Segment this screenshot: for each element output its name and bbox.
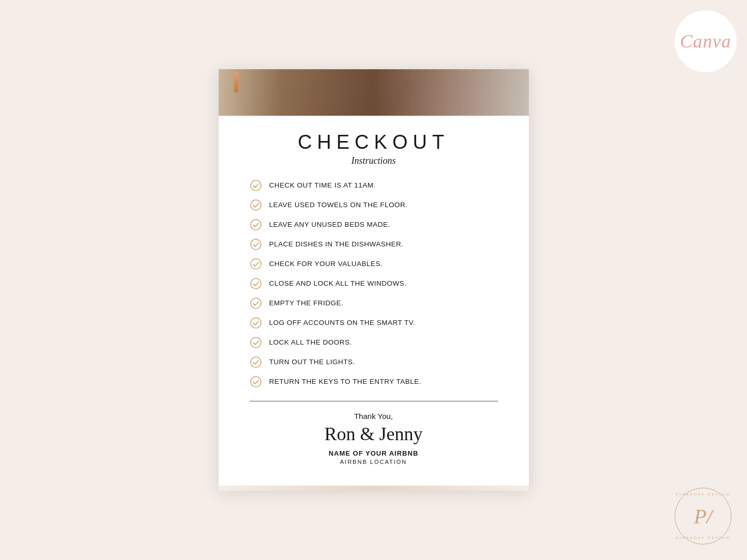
checklist-item: PLACE DISHES IN THE DISHWASHER.	[250, 238, 498, 251]
checklist-item-text: RETURN THE KEYS TO THE ENTRY TABLE.	[269, 378, 422, 385]
checklist-item-text: TURN OUT THE LIGHTS.	[269, 358, 355, 366]
checklist-item: RETURN THE KEYS TO THE ENTRY TABLE.	[250, 376, 498, 388]
svg-point-3	[251, 239, 261, 250]
checkout-title: CHECKOUT	[250, 131, 498, 153]
signature: Ron & Jenny	[250, 423, 498, 445]
canva-logo-text: Canva	[680, 30, 731, 52]
checklist: CHECK OUT TIME IS AT 11AM. LEAVE USED TO…	[250, 179, 498, 388]
svg-point-6	[251, 298, 261, 308]
card-content: CHECKOUT Instructions CHECK OUT TIME IS …	[219, 116, 529, 486]
card-photo-header	[219, 69, 529, 116]
checkmark-icon	[250, 219, 262, 231]
card-bottom-strip	[219, 486, 529, 491]
checklist-item-text: LOCK ALL THE DOORS.	[269, 338, 352, 346]
svg-point-4	[251, 259, 261, 269]
checklist-item: CLOSE AND LOCK ALL THE WINDOWS.	[250, 277, 498, 290]
footer-section: Thank You, Ron & Jenny NAME OF YOUR AIRB…	[250, 412, 498, 470]
checkmark-icon	[250, 238, 262, 251]
checklist-item: CHECK OUT TIME IS AT 11AM.	[250, 179, 498, 192]
svg-point-10	[251, 377, 261, 387]
svg-point-7	[251, 318, 261, 328]
divider	[250, 401, 498, 401]
checkmark-icon	[250, 376, 262, 388]
airbnb-name: NAME OF YOUR AIRBNB	[250, 449, 498, 457]
svg-point-9	[251, 357, 261, 367]
svg-point-0	[251, 180, 261, 191]
checklist-item-text: LEAVE USED TOWELS ON THE FLOOR.	[269, 201, 408, 209]
checklist-item: LOCK ALL THE DOORS.	[250, 336, 498, 349]
svg-point-5	[251, 278, 261, 289]
checklist-item-text: LOG OFF ACCOUNTS ON THE SMART TV.	[269, 319, 416, 326]
thank-you-text: Thank You,	[250, 412, 498, 421]
checklist-item: LOG OFF ACCOUNTS ON THE SMART TV.	[250, 317, 498, 329]
checkmark-icon	[250, 356, 262, 368]
checklist-item-text: CHECK FOR YOUR VALUABLES.	[269, 260, 383, 268]
pinkpops-badge: PINKPOPS DESIGN P/ PINKPOPS DESIGN	[675, 488, 731, 545]
checkout-card: CHECKOUT Instructions CHECK OUT TIME IS …	[219, 69, 529, 491]
checkmark-icon	[250, 297, 262, 309]
svg-point-1	[251, 200, 261, 210]
checklist-item-text: CLOSE AND LOCK ALL THE WINDOWS.	[269, 279, 407, 287]
instructions-subtitle: Instructions	[250, 155, 498, 166]
checklist-item: LEAVE ANY UNUSED BEDS MADE.	[250, 219, 498, 231]
checkmark-icon	[250, 258, 262, 270]
title-section: CHECKOUT Instructions	[250, 131, 498, 166]
checkmark-icon	[250, 199, 262, 211]
checklist-item: LEAVE USED TOWELS ON THE FLOOR.	[250, 199, 498, 211]
pinkpops-text-top: PINKPOPS DESIGN	[676, 492, 730, 496]
pinkpops-monogram: P/	[694, 504, 712, 528]
checkmark-icon	[250, 317, 262, 329]
checklist-item: CHECK FOR YOUR VALUABLES.	[250, 258, 498, 270]
pinkpops-text-bottom: PINKPOPS DESIGN	[676, 536, 730, 540]
checkmark-icon	[250, 179, 262, 192]
checkmark-icon	[250, 336, 262, 349]
airbnb-location: AIRBNB LOCATION	[250, 459, 498, 465]
checklist-item: TURN OUT THE LIGHTS.	[250, 356, 498, 368]
checklist-item-text: PLACE DISHES IN THE DISHWASHER.	[269, 240, 404, 248]
checklist-item-text: LEAVE ANY UNUSED BEDS MADE.	[269, 221, 390, 228]
canva-logo: Canva	[675, 10, 737, 72]
checklist-item: EMPTY THE FRIDGE.	[250, 297, 498, 309]
checkmark-icon	[250, 277, 262, 290]
checklist-item-text: EMPTY THE FRIDGE.	[269, 299, 344, 307]
svg-point-8	[251, 337, 261, 348]
checklist-item-text: CHECK OUT TIME IS AT 11AM.	[269, 181, 376, 189]
svg-point-2	[251, 220, 261, 230]
